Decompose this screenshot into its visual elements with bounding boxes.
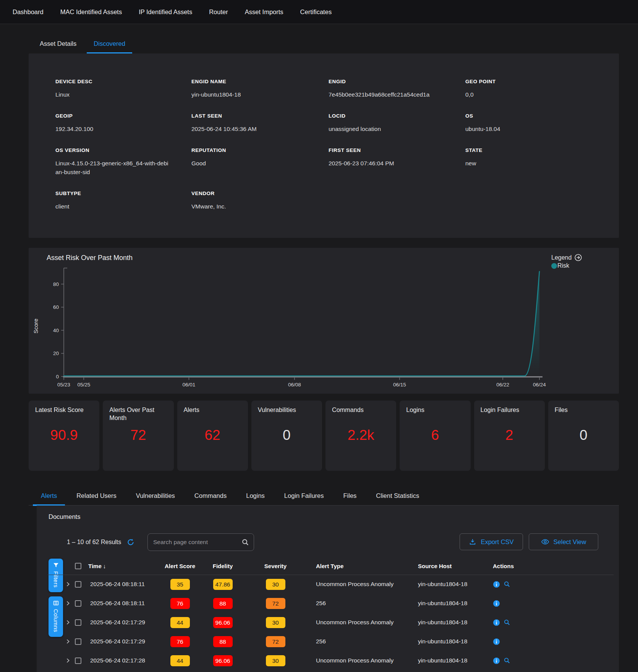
svg-text:06/15: 06/15 (393, 382, 406, 388)
field-value: VMware, Inc. (191, 202, 329, 211)
table-row: 2025-06-24 08:18:113547.8630Uncommon Pro… (65, 575, 614, 594)
field-label: GEOIP (55, 113, 191, 119)
alert-score-badge: 44 (170, 655, 190, 666)
expand-row-chevron-icon[interactable] (65, 620, 71, 625)
cell-time: 2025-06-24 02:17:29 (88, 619, 163, 626)
cell-actions (480, 600, 537, 607)
field-value: ubuntu-18.04 (465, 124, 619, 133)
cell-actions (480, 638, 537, 645)
export-csv-button[interactable]: Export CSV (460, 533, 523, 550)
info-icon[interactable] (493, 600, 500, 607)
tab-vulnerabilities[interactable]: Vulnerabilities (128, 487, 183, 506)
tab-logins[interactable]: Logins (238, 487, 273, 506)
field-locid: LOCIDunassigned location (329, 113, 465, 133)
row-checkbox[interactable] (75, 619, 81, 626)
drilldown-search-icon[interactable] (504, 619, 510, 626)
row-checkbox[interactable] (75, 657, 81, 664)
stat-card-vulnerabilities: Vulnerabilities0 (251, 401, 322, 471)
tab-alerts[interactable]: Alerts (33, 487, 65, 506)
field-label: REPUTATION (191, 147, 329, 153)
cell-time: 2025-06-24 08:18:11 (88, 581, 163, 588)
nav-item-router[interactable]: Router (209, 8, 228, 16)
svg-text:0: 0 (56, 374, 59, 380)
legend-item-risk[interactable]: Risk (551, 262, 582, 269)
results-line: 1 – 10 of 62 Results (67, 533, 135, 551)
fidelity-badge: 88 (213, 598, 233, 609)
field-value: new (465, 159, 619, 168)
table-row: 2025-06-24 08:18:11768872256yin-ubuntu18… (65, 594, 614, 613)
cell-alert-type: Uncommon Process Anomaly (303, 619, 406, 626)
fidelity-badge: 47.86 (213, 579, 233, 590)
field-label: LAST SEEN (191, 113, 329, 119)
svg-text:06/01: 06/01 (183, 382, 196, 388)
nav-item-asset-imports[interactable]: Asset Imports (245, 8, 283, 16)
asset-details-panel: DEVICE DESCLinuxENGID NAMEyin-ubuntu1804… (29, 53, 619, 238)
cell-alert-type: Uncommon Process Anomaly (303, 657, 406, 664)
svg-text:40: 40 (53, 328, 59, 333)
column-header-source-host: Source Host (406, 563, 480, 569)
risk-line-chart: 020406080Score05/2305/2506/0106/0806/150… (29, 248, 619, 394)
refresh-icon[interactable] (126, 538, 135, 546)
stat-card-latest-risk-score: Latest Risk Score90.9 (29, 401, 99, 471)
field-value: 2025-06-24 10:45:36 AM (191, 124, 329, 133)
select-view-button[interactable]: Select View (529, 533, 598, 550)
fidelity-badge: 96.06 (213, 617, 233, 628)
stat-card-value: 0 (548, 427, 619, 443)
nav-item-certificates[interactable]: Certificates (300, 8, 332, 16)
column-header-time[interactable]: Time↓ (88, 563, 163, 569)
tab-related-users[interactable]: Related Users (68, 487, 125, 506)
svg-text:20: 20 (53, 351, 59, 356)
field-label: VENDOR (191, 191, 329, 196)
svg-text:80: 80 (53, 281, 59, 287)
search-icon[interactable] (241, 538, 249, 546)
select-all-checkbox[interactable] (75, 563, 81, 569)
info-icon[interactable] (493, 638, 500, 645)
field-label: STATE (465, 147, 619, 153)
field-device-desc: DEVICE DESCLinux (55, 79, 191, 99)
tab-login-failures[interactable]: Login Failures (276, 487, 332, 506)
tab-files[interactable]: Files (335, 487, 365, 506)
asset-tabs: Asset DetailsDiscovered (33, 35, 132, 53)
search-input[interactable] (153, 539, 241, 546)
info-icon[interactable] (493, 657, 500, 664)
stat-card-alerts-over-past-month: Alerts Over Past Month72 (103, 401, 173, 471)
tab-asset-details[interactable]: Asset Details (33, 35, 83, 53)
column-header-fidelity: Fidelity (197, 563, 248, 569)
drilldown-search-icon[interactable] (504, 657, 510, 664)
info-icon[interactable] (493, 619, 500, 626)
field-value: 7e45b0ee321b49a68ceffc21a54ced1a (329, 90, 465, 99)
row-checkbox[interactable] (75, 581, 81, 588)
drilldown-search-icon[interactable] (504, 581, 510, 588)
tab-discovered[interactable]: Discovered (87, 35, 132, 53)
cell-alert-type: 256 (303, 638, 406, 645)
row-checkbox[interactable] (75, 600, 81, 607)
stat-card-label: Alerts Over Past Month (103, 401, 173, 422)
risk-series-dot (551, 263, 557, 269)
expand-row-chevron-icon[interactable] (65, 601, 71, 606)
expand-row-chevron-icon[interactable] (65, 639, 71, 644)
row-checkbox[interactable] (75, 638, 81, 645)
stat-card-label: Alerts (177, 401, 248, 414)
stat-card-value: 6 (400, 427, 470, 443)
stat-card-commands: Commands2.2k (325, 401, 396, 471)
tab-client-statistics[interactable]: Client Statistics (368, 487, 427, 506)
nav-item-dashboard[interactable]: Dashboard (13, 8, 44, 16)
field-os-version: OS VERSIONLinux-4.15.0-213-generic-x86_6… (55, 147, 191, 176)
documents-panel: Documents 1 – 10 of 62 Results Export CS… (37, 506, 619, 672)
risk-series-label: Risk (557, 262, 569, 269)
expand-row-chevron-icon[interactable] (65, 658, 71, 663)
fidelity-badge: 88 (213, 636, 233, 647)
legend-collapse-arrow-icon[interactable] (575, 254, 582, 261)
field-label: OS (465, 113, 619, 119)
expand-row-chevron-icon[interactable] (65, 582, 71, 587)
nav-item-mac-identified-assets[interactable]: MAC Identified Assets (60, 8, 122, 16)
nav-item-ip-identified-assets[interactable]: IP Identified Assets (139, 8, 192, 16)
table-row: 2025-06-24 02:17:294496.0630Uncommon Pro… (65, 613, 614, 632)
severity-badge: 72 (266, 598, 285, 609)
svg-text:05/23: 05/23 (57, 382, 70, 388)
tab-commands[interactable]: Commands (186, 487, 235, 506)
legend-header[interactable]: Legend (551, 254, 582, 261)
info-icon[interactable] (493, 581, 500, 588)
fidelity-badge: 96.06 (213, 655, 233, 666)
cell-source-host: yin-ubuntu1804-18 (406, 619, 480, 626)
